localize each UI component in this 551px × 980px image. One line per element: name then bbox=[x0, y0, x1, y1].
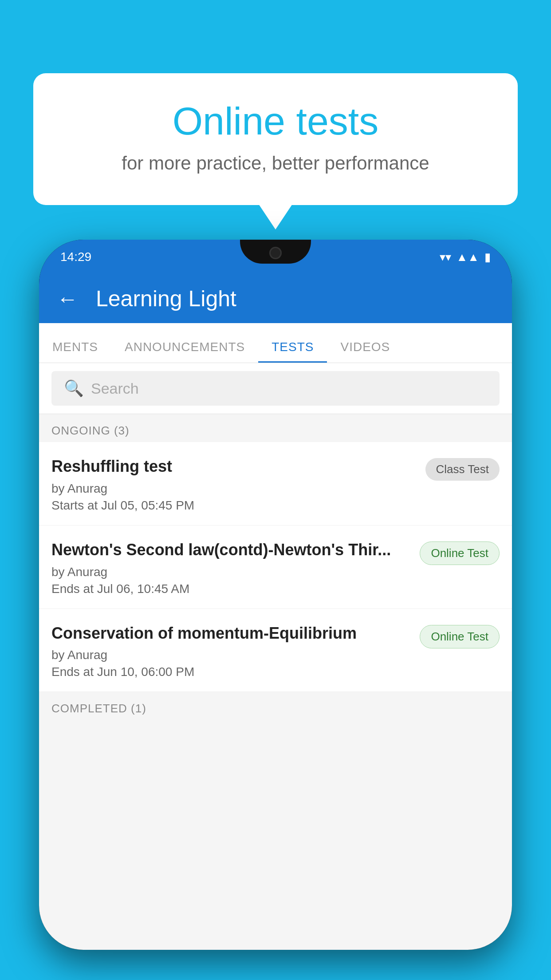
test-title-3: Conservation of momentum-Equilibrium bbox=[51, 623, 411, 644]
phone-frame: 14:29 ▾▾ ▲▲ ▮ ← Learning Light MENTS ANN… bbox=[39, 240, 512, 950]
speech-bubble: Online tests for more practice, better p… bbox=[33, 73, 518, 205]
speech-bubble-title: Online tests bbox=[69, 100, 482, 143]
test-item-2[interactable]: Newton's Second law(contd)-Newton's Thir… bbox=[39, 526, 512, 609]
test-title-1: Reshuffling test bbox=[51, 456, 417, 477]
test-time-2: Ends at Jul 06, 10:45 AM bbox=[51, 582, 411, 596]
speech-bubble-subtitle: for more practice, better performance bbox=[69, 153, 482, 174]
test-time-3: Ends at Jun 10, 06:00 PM bbox=[51, 665, 411, 679]
test-badge-3: Online Test bbox=[420, 625, 500, 648]
status-icons: ▾▾ ▲▲ ▮ bbox=[440, 250, 491, 264]
test-by-2: by Anurag bbox=[51, 565, 411, 579]
test-info-3: Conservation of momentum-Equilibrium by … bbox=[51, 623, 411, 680]
back-button[interactable]: ← bbox=[57, 287, 78, 311]
tab-ments[interactable]: MENTS bbox=[39, 340, 111, 363]
ongoing-section-header: ONGOING (3) bbox=[39, 414, 512, 442]
status-time: 14:29 bbox=[60, 250, 91, 264]
test-time-1: Starts at Jul 05, 05:45 PM bbox=[51, 498, 417, 513]
tab-tests[interactable]: TESTS bbox=[258, 340, 327, 363]
search-placeholder: Search bbox=[91, 380, 139, 397]
search-icon: 🔍 bbox=[64, 379, 84, 398]
tab-videos[interactable]: VIDEOS bbox=[327, 340, 403, 363]
completed-section-header: COMPLETED (1) bbox=[39, 692, 512, 720]
tab-announcements[interactable]: ANNOUNCEMENTS bbox=[111, 340, 258, 363]
test-info-2: Newton's Second law(contd)-Newton's Thir… bbox=[51, 540, 411, 596]
wifi-icon: ▾▾ bbox=[440, 250, 451, 264]
test-item-3[interactable]: Conservation of momentum-Equilibrium by … bbox=[39, 609, 512, 692]
app-bar: ← Learning Light bbox=[39, 274, 512, 323]
test-title-2: Newton's Second law(contd)-Newton's Thir… bbox=[51, 540, 411, 561]
signal-icon: ▲▲ bbox=[457, 250, 479, 264]
test-by-3: by Anurag bbox=[51, 648, 411, 662]
phone-content: 🔍 Search ONGOING (3) Reshuffling test by… bbox=[39, 363, 512, 950]
test-badge-2: Online Test bbox=[420, 541, 500, 565]
search-bar[interactable]: 🔍 Search bbox=[51, 371, 500, 406]
test-by-1: by Anurag bbox=[51, 482, 417, 496]
test-badge-1: Class Test bbox=[425, 458, 500, 481]
battery-icon: ▮ bbox=[484, 250, 491, 264]
tabs-bar: MENTS ANNOUNCEMENTS TESTS VIDEOS bbox=[39, 323, 512, 363]
test-info-1: Reshuffling test by Anurag Starts at Jul… bbox=[51, 456, 417, 513]
test-item-1[interactable]: Reshuffling test by Anurag Starts at Jul… bbox=[39, 442, 512, 526]
app-bar-title: Learning Light bbox=[96, 286, 236, 312]
search-container: 🔍 Search bbox=[39, 363, 512, 414]
camera-dot bbox=[269, 247, 282, 259]
